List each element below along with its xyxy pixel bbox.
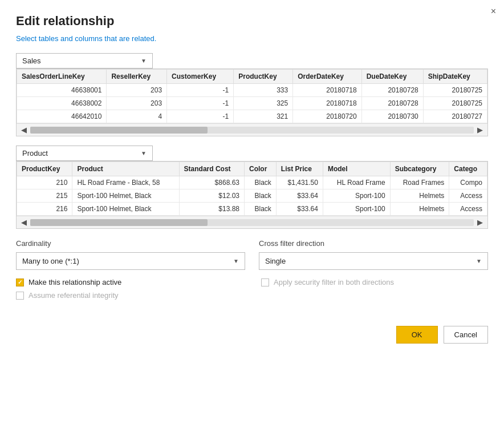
crossfilter-col: Cross filter direction Single ▼ xyxy=(259,239,488,270)
table-cell: 210 xyxy=(17,176,72,189)
table-cell: $33.64 xyxy=(276,203,323,216)
close-button[interactable]: × xyxy=(491,7,496,16)
table-cell: $1,431.50 xyxy=(276,176,323,189)
table-cell: $12.03 xyxy=(179,189,244,203)
table2-dropdown-value: Product xyxy=(22,149,48,158)
table1-scroll-left[interactable]: ◀ xyxy=(20,126,28,134)
table-cell: Black xyxy=(245,203,277,216)
crossfilter-arrow: ▼ xyxy=(476,258,482,264)
table-cell: $13.88 xyxy=(179,203,244,216)
table-cell: Sport-100 Helmet, Black xyxy=(72,189,179,203)
table1-dropdown-arrow: ▼ xyxy=(141,58,147,64)
table2-col-header: Catego xyxy=(449,162,487,176)
table1-col-header: SalesOrderLineKey xyxy=(17,70,107,84)
table-cell: Access xyxy=(449,189,487,203)
table-cell: 203 xyxy=(107,84,167,97)
table2-col-header: ProductKey xyxy=(17,162,72,176)
integrity-label: Assume referential integrity xyxy=(29,291,119,300)
table-cell: $33.64 xyxy=(276,189,323,203)
table2-section: Product ▼ ProductKeyProductStandard Cost… xyxy=(16,146,488,229)
table-cell: 46642010 xyxy=(17,110,107,123)
edit-relationship-dialog: × Edit relationship Select tables and co… xyxy=(0,0,504,432)
table-cell: Road Frames xyxy=(390,176,449,189)
cardinality-label: Cardinality xyxy=(16,239,245,248)
table2-scroll-right[interactable]: ▶ xyxy=(476,218,484,227)
table-cell: 20180730 xyxy=(361,110,423,123)
table2-col-header: Model xyxy=(323,162,390,176)
table-cell: Sport-100 xyxy=(323,189,390,203)
table1-dropdown[interactable]: Sales ▼ xyxy=(16,53,153,68)
table-cell: 215 xyxy=(17,189,72,203)
table1-scroll-track[interactable] xyxy=(30,127,474,134)
cancel-button[interactable]: Cancel xyxy=(444,326,488,344)
security-checkbox-row[interactable]: Apply security filter in both directions xyxy=(261,278,488,286)
table1-scroll-thumb xyxy=(30,127,208,134)
table1-col-header: DueDateKey xyxy=(361,70,423,84)
table-cell: 20180718 xyxy=(293,84,361,97)
table-cell: HL Road Frame xyxy=(323,176,390,189)
active-checkmark: ✓ xyxy=(18,279,22,285)
table2-col-header: Product xyxy=(72,162,179,176)
table-row: 216Sport-100 Helmet, Black$13.88Black$33… xyxy=(17,203,487,216)
table2-col-header: List Price xyxy=(276,162,323,176)
table-cell: 20180728 xyxy=(361,84,423,97)
table1: SalesOrderLineKeyResellerKeyCustomerKeyP… xyxy=(17,69,487,123)
crossfilter-dropdown[interactable]: Single ▼ xyxy=(259,252,488,270)
table-cell: Access xyxy=(449,203,487,216)
settings-row: Cardinality Many to one (*:1) ▼ Cross fi… xyxy=(16,239,488,270)
table-cell: Compo xyxy=(449,176,487,189)
integrity-checkbox-row[interactable]: Assume referential integrity xyxy=(16,291,243,300)
cardinality-col: Cardinality Many to one (*:1) ▼ xyxy=(16,239,245,270)
table-cell: 20180725 xyxy=(423,97,487,110)
table-cell: -1 xyxy=(167,110,234,123)
cardinality-arrow: ▼ xyxy=(233,258,239,264)
ok-button[interactable]: OK xyxy=(396,326,438,344)
table2-scroll-thumb xyxy=(30,219,208,226)
table2-col-header: Subcategory xyxy=(390,162,449,176)
table-row: 210HL Road Frame - Black, 58$868.63Black… xyxy=(17,176,487,189)
dialog-title: Edit relationship xyxy=(16,14,488,29)
active-checkbox-row[interactable]: ✓ Make this relationship active xyxy=(16,278,243,286)
table-cell: 20180728 xyxy=(361,97,423,110)
dialog-subtitle: Select tables and columns that are relat… xyxy=(16,34,488,43)
table2-wrapper: ProductKeyProductStandard CostColorList … xyxy=(16,161,488,229)
table1-col-header: ProductKey xyxy=(234,70,293,84)
table-cell: Helmets xyxy=(390,189,449,203)
table-cell: 46638002 xyxy=(17,97,107,110)
active-label: Make this relationship active xyxy=(29,278,121,286)
table2-col-header: Color xyxy=(245,162,277,176)
table-row: 46638002203-1325201807182018072820180725 xyxy=(17,97,487,110)
table2-dropdown[interactable]: Product ▼ xyxy=(16,146,153,161)
active-checkbox[interactable]: ✓ xyxy=(16,278,24,286)
table-cell: Sport-100 Helmet, Black xyxy=(72,203,179,216)
table-row: 46638001203-1333201807182018072820180725 xyxy=(17,84,487,97)
crossfilter-value: Single xyxy=(265,257,286,265)
table-row: 215Sport-100 Helmet, Black$12.03Black$33… xyxy=(17,189,487,203)
table-row: 466420104-1321201807202018073020180727 xyxy=(17,110,487,123)
table2-col-header: Standard Cost xyxy=(179,162,244,176)
security-checkbox[interactable] xyxy=(261,278,269,286)
left-options: ✓ Make this relationship active Assume r… xyxy=(16,278,243,304)
table-cell: 20180720 xyxy=(293,110,361,123)
table-cell: 203 xyxy=(107,97,167,110)
footer-row: OK Cancel xyxy=(16,320,488,344)
table-cell: 321 xyxy=(234,110,293,123)
crossfilter-label: Cross filter direction xyxy=(259,239,488,248)
table1-scroll-right[interactable]: ▶ xyxy=(476,126,484,134)
security-label: Apply security filter in both directions xyxy=(274,278,394,286)
table-cell: 20180727 xyxy=(423,110,487,123)
right-options: Apply security filter in both directions xyxy=(261,278,488,304)
options-row: ✓ Make this relationship active Assume r… xyxy=(16,278,488,304)
table2-scrollbar: ◀ ▶ xyxy=(17,216,487,228)
integrity-checkbox[interactable] xyxy=(16,292,24,300)
cardinality-dropdown[interactable]: Many to one (*:1) ▼ xyxy=(16,252,245,270)
table-cell: 4 xyxy=(107,110,167,123)
table1-col-header: CustomerKey xyxy=(167,70,234,84)
table1-dropdown-value: Sales xyxy=(22,56,41,65)
table-cell: 20180725 xyxy=(423,84,487,97)
table2-scroll-track[interactable] xyxy=(30,219,474,226)
table2: ProductKeyProductStandard CostColorList … xyxy=(17,162,487,216)
table1-wrapper: SalesOrderLineKeyResellerKeyCustomerKeyP… xyxy=(16,68,488,136)
table-cell: 20180718 xyxy=(293,97,361,110)
table2-scroll-left[interactable]: ◀ xyxy=(20,218,28,227)
